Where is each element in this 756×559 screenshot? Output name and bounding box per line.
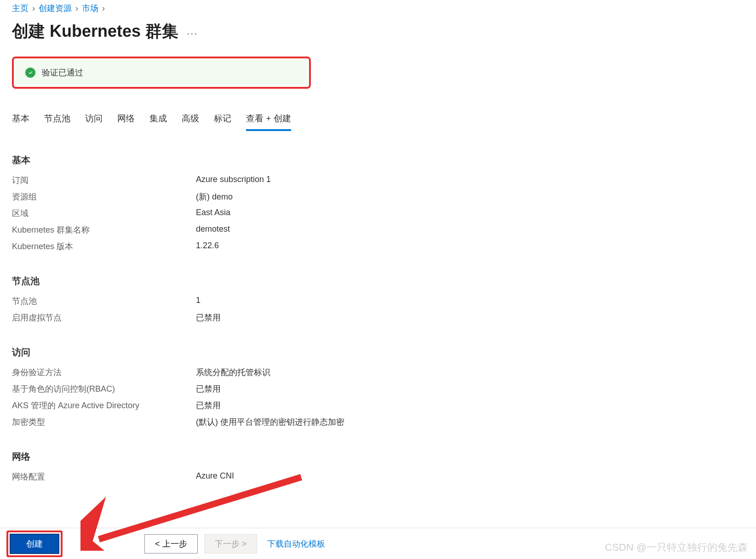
- tab-network[interactable]: 网络: [117, 113, 135, 131]
- row-resource-group: 资源组 (新) demo: [12, 191, 744, 202]
- value-subscription: Azure subscription 1: [196, 175, 271, 186]
- value-rbac: 已禁用: [196, 383, 221, 394]
- label-network-config: 网络配置: [12, 471, 196, 482]
- breadcrumb: 主页 › 创建资源 › 市场 ›: [12, 0, 744, 14]
- label-resource-group: 资源组: [12, 191, 196, 202]
- section-title-access: 访问: [12, 346, 744, 359]
- section-title-basic: 基本: [12, 154, 744, 166]
- row-encryption: 加密类型 (默认) 使用平台管理的密钥进行静态加密: [12, 416, 744, 428]
- row-auth-method: 身份验证方法 系统分配的托管标识: [12, 367, 744, 378]
- footer: 创建 < 上一步 下一步 > 下载自动化模板: [0, 528, 756, 559]
- section-title-nodepool: 节点池: [12, 275, 744, 287]
- tab-nodepool[interactable]: 节点池: [44, 113, 70, 131]
- section-basic: 基本 订阅 Azure subscription 1 资源组 (新) demo …: [12, 154, 744, 252]
- breadcrumb-home[interactable]: 主页: [12, 3, 29, 14]
- value-k8s-version: 1.22.6: [196, 241, 219, 252]
- label-rbac: 基于角色的访问控制(RBAC): [12, 383, 196, 394]
- row-rbac: 基于角色的访问控制(RBAC) 已禁用: [12, 383, 744, 394]
- chevron-right-icon: ›: [32, 4, 35, 13]
- tab-access[interactable]: 访问: [85, 113, 103, 131]
- label-subscription: 订阅: [12, 175, 196, 186]
- chevron-right-icon: ›: [102, 4, 105, 13]
- label-cluster-name: Kubernetes 群集名称: [12, 224, 196, 235]
- row-k8s-version: Kubernetes 版本 1.22.6: [12, 241, 744, 252]
- tab-integration[interactable]: 集成: [149, 113, 167, 131]
- value-resource-group: (新) demo: [196, 191, 233, 202]
- page-title: 创建 Kubernetes 群集: [12, 20, 178, 43]
- label-aad: AKS 管理的 Azure Active Directory: [12, 400, 196, 411]
- row-aad: AKS 管理的 Azure Active Directory 已禁用: [12, 400, 744, 411]
- section-nodepool: 节点池 节点池 1 启用虚拟节点 已禁用: [12, 275, 744, 323]
- label-k8s-version: Kubernetes 版本: [12, 241, 196, 252]
- row-virtual-nodes: 启用虚拟节点 已禁用: [12, 312, 744, 323]
- section-network: 网络 网络配置 Azure CNI: [12, 451, 744, 482]
- row-subscription: 订阅 Azure subscription 1: [12, 175, 744, 186]
- tab-basic[interactable]: 基本: [12, 113, 29, 131]
- value-encryption: (默认) 使用平台管理的密钥进行静态加密: [196, 416, 344, 428]
- more-actions-icon[interactable]: ···: [187, 28, 198, 40]
- validation-highlight: 验证已通过: [12, 57, 311, 89]
- previous-button[interactable]: < 上一步: [144, 534, 198, 553]
- label-nodepool-count: 节点池: [12, 296, 196, 307]
- row-region: 区域 East Asia: [12, 208, 744, 219]
- validation-banner: 验证已通过: [15, 60, 308, 86]
- value-auth-method: 系统分配的托管标识: [196, 367, 270, 378]
- label-auth-method: 身份验证方法: [12, 367, 196, 378]
- validation-text: 验证已通过: [42, 67, 83, 78]
- row-cluster-name: Kubernetes 群集名称 demotest: [12, 224, 744, 235]
- tab-tags[interactable]: 标记: [214, 113, 231, 131]
- chevron-right-icon: ›: [75, 4, 78, 13]
- label-encryption: 加密类型: [12, 416, 196, 428]
- download-template-link[interactable]: 下载自动化模板: [267, 538, 325, 549]
- value-virtual-nodes: 已禁用: [196, 312, 221, 323]
- value-aad: 已禁用: [196, 400, 221, 411]
- tab-advanced[interactable]: 高级: [182, 113, 199, 131]
- value-nodepool-count: 1: [196, 296, 200, 307]
- tab-review-create[interactable]: 查看 + 创建: [246, 113, 291, 131]
- breadcrumb-create-resource[interactable]: 创建资源: [39, 3, 72, 14]
- breadcrumb-marketplace[interactable]: 市场: [82, 3, 98, 14]
- label-region: 区域: [12, 208, 196, 219]
- value-cluster-name: demotest: [196, 224, 230, 235]
- value-region: East Asia: [196, 208, 230, 219]
- row-nodepool-count: 节点池 1: [12, 296, 744, 307]
- create-button[interactable]: 创建: [10, 534, 59, 554]
- create-button-highlight: 创建: [6, 530, 63, 557]
- label-virtual-nodes: 启用虚拟节点: [12, 312, 196, 323]
- value-network-config: Azure CNI: [196, 471, 234, 482]
- tabs: 基本 节点池 访问 网络 集成 高级 标记 查看 + 创建: [12, 113, 744, 131]
- check-circle-icon: [25, 68, 35, 78]
- section-title-network: 网络: [12, 451, 744, 463]
- row-network-config: 网络配置 Azure CNI: [12, 471, 744, 482]
- section-access: 访问 身份验证方法 系统分配的托管标识 基于角色的访问控制(RBAC) 已禁用 …: [12, 346, 744, 428]
- next-button: 下一步 >: [204, 534, 258, 553]
